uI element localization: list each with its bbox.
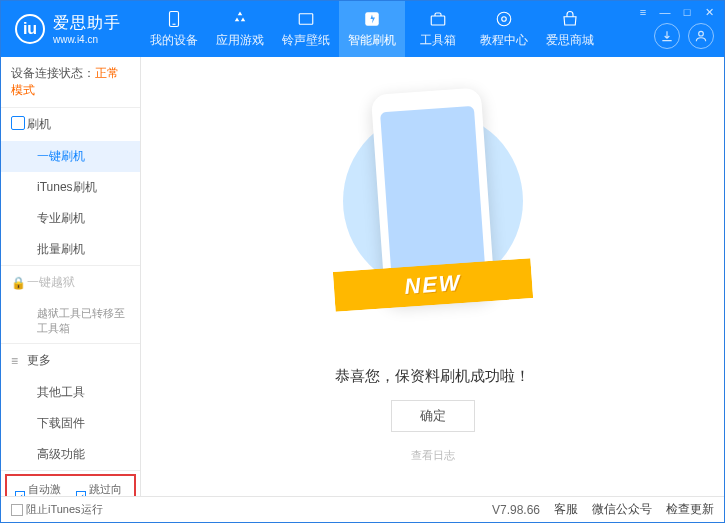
checkbox-icon [11, 504, 23, 516]
phone-illustration: NEW [348, 91, 518, 351]
nav-title: 刷机 [27, 116, 51, 133]
checkbox-block-itunes[interactable]: 阻止iTunes运行 [11, 502, 103, 517]
nav-item-batch-flash[interactable]: 批量刷机 [1, 234, 140, 265]
titlebar: iu 爱思助手 www.i4.cn 我的设备 应用游戏 铃声壁纸 智能刷机 工具… [1, 1, 724, 57]
nav-item-download-fw[interactable]: 下载固件 [1, 408, 140, 439]
success-message: 恭喜您，保资料刷机成功啦！ [335, 367, 530, 386]
tab-store[interactable]: 爱思商城 [537, 1, 603, 57]
main-tabs: 我的设备 应用游戏 铃声壁纸 智能刷机 工具箱 教程中心 爱思商城 [141, 1, 603, 57]
nav-header-jailbreak[interactable]: 🔒 一键越狱 [1, 266, 140, 299]
window-controls: ≡ — □ ✕ [634, 5, 718, 19]
tab-label: 智能刷机 [348, 32, 396, 49]
nav-item-other-tools[interactable]: 其他工具 [1, 377, 140, 408]
wechat-link[interactable]: 微信公众号 [592, 501, 652, 518]
checkbox-skip-guide[interactable]: ✓跳过向导 [76, 482, 127, 496]
tab-ringtones[interactable]: 铃声壁纸 [273, 1, 339, 57]
nav-group-flash: 刷机 一键刷机 iTunes刷机 专业刷机 批量刷机 [1, 108, 140, 266]
tab-label: 工具箱 [420, 32, 456, 49]
support-link[interactable]: 客服 [554, 501, 578, 518]
logo-icon: iu [15, 14, 45, 44]
tab-my-device[interactable]: 我的设备 [141, 1, 207, 57]
statusbar-right: V7.98.66 客服 微信公众号 检查更新 [492, 501, 714, 518]
toolbox-icon [428, 9, 448, 29]
svg-point-7 [699, 31, 704, 36]
tab-label: 铃声壁纸 [282, 32, 330, 49]
nav-title: 一键越狱 [27, 274, 75, 291]
checkbox-auto-activate[interactable]: ✓自动激活 [15, 482, 66, 496]
app-window: iu 爱思助手 www.i4.cn 我的设备 应用游戏 铃声壁纸 智能刷机 工具… [0, 0, 725, 523]
tab-smart-flash[interactable]: 智能刷机 [339, 1, 405, 57]
cb-label: 自动激活 [28, 482, 65, 496]
wallpaper-icon [296, 9, 316, 29]
nav-header-more[interactable]: ≡ 更多 [1, 344, 140, 377]
minimize-button[interactable]: — [656, 5, 674, 19]
apps-icon [230, 9, 250, 29]
sidebar: 设备连接状态：正常模式 刷机 一键刷机 iTunes刷机 专业刷机 批量刷机 🔒… [1, 57, 141, 496]
nav-note-jailbreak: 越狱工具已转移至 工具箱 [1, 299, 140, 343]
conn-label: 设备连接状态： [11, 66, 95, 80]
header-actions [654, 23, 714, 49]
more-icon: ≡ [11, 354, 21, 368]
nav-header-flash[interactable]: 刷机 [1, 108, 140, 141]
nav-group-more: ≡ 更多 其他工具 下载固件 高级功能 [1, 344, 140, 471]
main-content: NEW 恭喜您，保资料刷机成功啦！ 确定 查看日志 [141, 57, 724, 496]
svg-point-6 [502, 17, 507, 22]
close-button[interactable]: ✕ [700, 5, 718, 19]
note-line: 工具箱 [37, 321, 130, 336]
tab-tutorials[interactable]: 教程中心 [471, 1, 537, 57]
menu-icon[interactable]: ≡ [634, 5, 652, 19]
nav-group-jailbreak: 🔒 一键越狱 越狱工具已转移至 工具箱 [1, 266, 140, 344]
connection-status: 设备连接状态：正常模式 [1, 57, 140, 108]
nav-item-advanced[interactable]: 高级功能 [1, 439, 140, 470]
nav-item-oneclick-flash[interactable]: 一键刷机 [1, 141, 140, 172]
lock-icon: 🔒 [11, 276, 21, 290]
statusbar: 阻止iTunes运行 V7.98.66 客服 微信公众号 检查更新 [1, 496, 724, 522]
cb-label: 阻止iTunes运行 [26, 502, 103, 517]
logo-area: iu 爱思助手 www.i4.cn [1, 13, 141, 45]
brand-name: 爱思助手 [53, 13, 121, 34]
tab-label: 应用游戏 [216, 32, 264, 49]
svg-point-5 [497, 12, 511, 26]
phone-icon [164, 9, 184, 29]
tab-toolbox[interactable]: 工具箱 [405, 1, 471, 57]
new-ribbon: NEW [332, 258, 532, 312]
tab-apps-games[interactable]: 应用游戏 [207, 1, 273, 57]
checkbox-highlight-box: ✓自动激活 ✓跳过向导 [5, 474, 136, 496]
brand-url: www.i4.cn [53, 34, 121, 45]
user-button[interactable] [688, 23, 714, 49]
confirm-button[interactable]: 确定 [391, 400, 475, 432]
nav-item-itunes-flash[interactable]: iTunes刷机 [1, 172, 140, 203]
cb-label: 跳过向导 [89, 482, 126, 496]
tab-label: 教程中心 [480, 32, 528, 49]
tab-label: 我的设备 [150, 32, 198, 49]
phone-small-icon [11, 116, 21, 133]
view-log-link[interactable]: 查看日志 [411, 448, 455, 463]
version-label: V7.98.66 [492, 503, 540, 517]
svg-rect-4 [431, 16, 445, 25]
svg-rect-2 [299, 14, 313, 25]
maximize-button[interactable]: □ [678, 5, 696, 19]
nav-title: 更多 [27, 352, 51, 369]
download-button[interactable] [654, 23, 680, 49]
flash-icon [362, 9, 382, 29]
nav-item-pro-flash[interactable]: 专业刷机 [1, 203, 140, 234]
note-line: 越狱工具已转移至 [37, 306, 130, 321]
store-icon [560, 9, 580, 29]
tab-label: 爱思商城 [546, 32, 594, 49]
statusbar-left: 阻止iTunes运行 [11, 502, 103, 517]
check-update-link[interactable]: 检查更新 [666, 501, 714, 518]
body: 设备连接状态：正常模式 刷机 一键刷机 iTunes刷机 专业刷机 批量刷机 🔒… [1, 57, 724, 496]
book-icon [494, 9, 514, 29]
